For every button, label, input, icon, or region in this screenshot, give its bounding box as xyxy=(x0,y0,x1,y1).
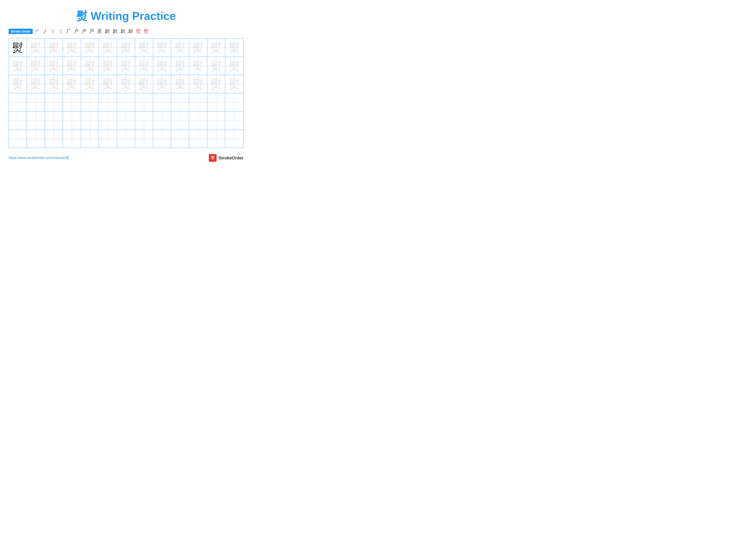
grid-cell[interactable] xyxy=(207,112,226,130)
grid-cell[interactable] xyxy=(135,93,153,111)
grid-cell[interactable] xyxy=(81,93,99,111)
stroke-char: 尉 xyxy=(127,28,134,35)
grid-cell[interactable]: 熨 xyxy=(171,57,189,75)
grid-cell[interactable] xyxy=(117,93,135,111)
grid-cell[interactable] xyxy=(189,112,207,130)
grid-cell[interactable] xyxy=(135,112,153,130)
grid-cell[interactable]: 熨 xyxy=(207,57,226,75)
grid-cell[interactable] xyxy=(27,93,45,111)
grid-cell[interactable]: 熨 xyxy=(117,57,135,75)
grid-cell[interactable] xyxy=(225,112,243,130)
cell-character: 熨 xyxy=(12,78,23,89)
grid-cell[interactable] xyxy=(207,130,226,148)
grid-cell[interactable] xyxy=(63,130,81,148)
grid-cell[interactable]: 熨 xyxy=(153,38,171,57)
page-title: 熨 Writing Practice xyxy=(9,9,244,24)
grid-cell[interactable]: 熨 xyxy=(225,75,243,93)
grid-cell[interactable]: 熨 xyxy=(63,57,81,75)
grid-cell[interactable]: 熨 xyxy=(63,38,81,57)
grid-cell[interactable]: 熨 xyxy=(9,38,27,57)
stroke-char: 尉 xyxy=(104,28,110,35)
grid-cell[interactable] xyxy=(171,93,189,111)
cell-character: 熨 xyxy=(48,60,60,71)
cell-character: 熨 xyxy=(84,42,95,53)
grid-cell[interactable]: 熨 xyxy=(45,57,63,75)
grid-cell[interactable] xyxy=(225,93,243,111)
grid-cell[interactable]: 熨 xyxy=(9,75,27,93)
grid-cell[interactable] xyxy=(99,130,117,148)
grid-cell[interactable]: 熨 xyxy=(45,38,63,57)
grid-cell[interactable]: 熨 xyxy=(63,75,81,93)
grid-cell[interactable] xyxy=(189,130,207,148)
stroke-char: ⺁ xyxy=(66,28,71,35)
grid-cell[interactable] xyxy=(27,112,45,130)
grid-cell[interactable]: 熨 xyxy=(189,57,207,75)
grid-cell[interactable]: 熨 xyxy=(207,75,226,93)
grid-cell[interactable]: 熨 xyxy=(99,57,117,75)
grid-cell[interactable] xyxy=(9,130,27,148)
grid-cell[interactable]: 熨 xyxy=(225,38,243,57)
cell-character: 熨 xyxy=(30,42,41,53)
grid-cell[interactable] xyxy=(45,93,63,111)
grid-cell[interactable]: 熨 xyxy=(81,75,99,93)
grid-cell[interactable] xyxy=(27,130,45,148)
cell-character: 熨 xyxy=(102,60,114,71)
grid-cell[interactable] xyxy=(117,112,135,130)
grid-cell[interactable]: 熨 xyxy=(9,57,27,75)
grid-cell[interactable]: 熨 xyxy=(117,38,135,57)
stroke-char: 𠂆 xyxy=(50,28,56,34)
grid-cell[interactable] xyxy=(81,112,99,130)
grid-cell[interactable] xyxy=(117,130,135,148)
grid-cell[interactable]: 熨 xyxy=(99,75,117,93)
brand: 字 StrokeOrder xyxy=(209,154,244,162)
cell-character: 熨 xyxy=(120,42,131,53)
cell-character: 熨 xyxy=(30,60,41,71)
grid-cell[interactable]: 熨 xyxy=(135,57,153,75)
grid-cell[interactable]: 熨 xyxy=(81,57,99,75)
grid-cell[interactable] xyxy=(63,93,81,111)
grid-cell[interactable]: 熨 xyxy=(171,75,189,93)
grid-cell[interactable]: 熨 xyxy=(27,75,45,93)
footer-url[interactable]: https://www.strokeorder.com/chinese/熨 xyxy=(9,156,69,160)
grid-row xyxy=(9,112,243,130)
grid-cell[interactable] xyxy=(99,93,117,111)
grid-cell[interactable]: 熨 xyxy=(153,75,171,93)
grid-cell[interactable]: 熨 xyxy=(189,75,207,93)
grid-cell[interactable] xyxy=(45,130,63,148)
grid-cell[interactable]: 熨 xyxy=(27,57,45,75)
grid-cell[interactable]: 熨 xyxy=(135,38,153,57)
grid-cell[interactable] xyxy=(45,112,63,130)
grid-cell[interactable] xyxy=(81,130,99,148)
grid-cell[interactable] xyxy=(9,112,27,130)
grid-cell[interactable] xyxy=(207,93,226,111)
grid-cell[interactable]: 熨 xyxy=(99,38,117,57)
grid-cell[interactable]: 熨 xyxy=(27,38,45,57)
grid-cell[interactable] xyxy=(63,112,81,130)
cell-character: 熨 xyxy=(192,60,204,71)
grid-cell[interactable]: 熨 xyxy=(81,38,99,57)
stroke-char: 熨 xyxy=(143,28,149,35)
grid-cell[interactable] xyxy=(153,93,171,111)
grid-cell[interactable] xyxy=(171,112,189,130)
grid-cell[interactable]: 熨 xyxy=(171,38,189,57)
cell-character: 熨 xyxy=(229,42,240,53)
grid-cell[interactable] xyxy=(189,93,207,111)
grid-cell[interactable]: 熨 xyxy=(135,75,153,93)
grid-cell[interactable] xyxy=(135,130,153,148)
grid-cell[interactable] xyxy=(225,130,243,148)
grid-cell[interactable]: 熨 xyxy=(117,75,135,93)
grid-cell[interactable]: 熨 xyxy=(45,75,63,93)
grid-row: 熨熨熨熨熨熨熨熨熨熨熨熨熨 xyxy=(9,75,243,93)
cell-character: 熨 xyxy=(192,78,204,89)
grid-cell[interactable] xyxy=(153,112,171,130)
grid-cell[interactable]: 熨 xyxy=(189,38,207,57)
grid-cell[interactable] xyxy=(171,130,189,148)
grid-cell[interactable] xyxy=(153,130,171,148)
stroke-char: 户 xyxy=(73,28,79,35)
grid-cell[interactable] xyxy=(99,112,117,130)
grid-cell[interactable]: 熨 xyxy=(153,57,171,75)
cell-character: 熨 xyxy=(156,78,168,89)
grid-cell[interactable]: 熨 xyxy=(207,38,226,57)
grid-cell[interactable]: 熨 xyxy=(225,57,243,75)
grid-cell[interactable] xyxy=(9,93,27,111)
